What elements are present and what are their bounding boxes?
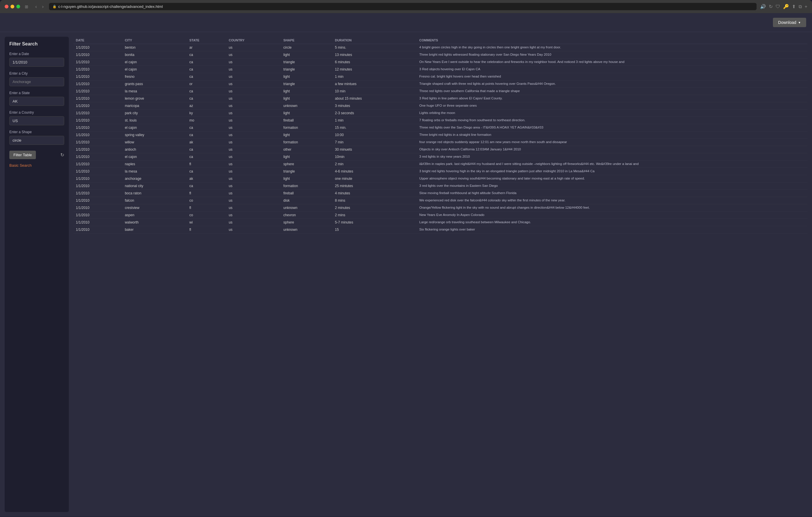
cell-city: spring valley xyxy=(122,131,187,139)
cell-comments: 4 bright green circles high in the sky g… xyxy=(417,44,807,51)
audio-icon[interactable]: 🔊 xyxy=(760,4,766,9)
cell-date: 1/1/2010 xyxy=(74,160,122,168)
cell-duration: 1 min xyxy=(332,73,417,81)
filter-city-input[interactable] xyxy=(9,77,64,86)
cell-duration: 30 minuets xyxy=(332,146,417,153)
cell-date: 1/1/2010 xyxy=(74,182,122,190)
cell-city: antioch xyxy=(122,146,187,153)
cell-duration: 15 xyxy=(332,226,417,234)
filter-state-input[interactable] xyxy=(9,97,64,106)
cell-country: us xyxy=(226,81,281,88)
refresh-filter-icon[interactable]: ↻ xyxy=(60,152,64,158)
table-row: 1/1/2010national citycausformation25 min… xyxy=(74,182,807,190)
page-header: Download ▼ xyxy=(0,13,812,32)
cell-shape: fireball xyxy=(281,190,333,197)
table-row: 1/1/2010antiochcausother30 minuetsObject… xyxy=(74,146,807,153)
filter-date-input[interactable] xyxy=(9,58,64,67)
traffic-light-green[interactable] xyxy=(16,5,20,8)
cell-duration: 7 min xyxy=(332,139,417,146)
cell-city: bonita xyxy=(122,51,187,59)
cell-state: ca xyxy=(187,146,226,153)
filter-shape-input[interactable] xyxy=(9,136,64,145)
cell-shape: triangle xyxy=(281,66,333,73)
cell-country: us xyxy=(226,204,281,212)
new-tab-icon[interactable]: + xyxy=(805,4,807,9)
cell-shape: light xyxy=(281,51,333,59)
cell-duration: 2 minutes xyxy=(332,204,417,212)
nav-back-button[interactable]: ‹ xyxy=(33,3,38,10)
basic-search-link[interactable]: Basic Search xyxy=(9,163,64,168)
cell-country: us xyxy=(226,110,281,117)
cell-city: falcon xyxy=(122,197,187,204)
filter-group-shape: Enter a Shape xyxy=(9,130,64,145)
cell-country: us xyxy=(226,219,281,226)
cell-state: fl xyxy=(187,160,226,168)
sidebar-toggle[interactable]: ⊞ xyxy=(25,4,28,9)
cell-duration: 13 minutes xyxy=(332,51,417,59)
download-button[interactable]: Download ▼ xyxy=(773,18,806,27)
cell-duration: 2-3 seconds xyxy=(332,110,417,117)
cell-country: us xyxy=(226,197,281,204)
cell-country: us xyxy=(226,182,281,190)
table-row: 1/1/2010el cajoncaustriangle6 minutesOn … xyxy=(74,59,807,66)
tabs-icon[interactable]: ⧉ xyxy=(799,4,802,9)
cell-city: willow xyxy=(122,139,187,146)
cell-comments: 3 red lights in sky new years 2010 xyxy=(417,153,807,160)
cell-country: us xyxy=(226,124,281,131)
cell-comments: On New Years Eve I went outside to hear … xyxy=(417,59,807,66)
traffic-light-red[interactable] xyxy=(5,5,8,8)
table-row: 1/1/2010fresnocauslight1 minFresno cal. … xyxy=(74,73,807,81)
nav-forward-button[interactable]: › xyxy=(40,3,45,10)
cell-date: 1/1/2010 xyxy=(74,117,122,124)
cell-comments: Objects in sky over Antioch California 1… xyxy=(417,146,807,153)
password-icon[interactable]: 🔑 xyxy=(783,4,789,9)
cell-shape: unknown xyxy=(281,226,333,234)
cell-date: 1/1/2010 xyxy=(74,59,122,66)
cell-country: us xyxy=(226,51,281,59)
col-country: COUNTRY xyxy=(226,37,281,44)
share-icon[interactable]: ⬆ xyxy=(792,4,796,9)
cell-comments: Three bright red lights in a straight li… xyxy=(417,131,807,139)
table-row: 1/1/2010crestviewflusunknown2 minutesOra… xyxy=(74,204,807,212)
address-bar[interactable]: 🔒 c-l-nguyen.github.io/javascript-challe… xyxy=(49,3,757,10)
cell-duration: 4 minutes xyxy=(332,190,417,197)
filter-btn-row: Filter Table ↻ xyxy=(9,151,64,159)
cell-duration: one minute xyxy=(332,175,417,182)
cell-date: 1/1/2010 xyxy=(74,153,122,160)
cell-state: ky xyxy=(187,110,226,117)
cell-shape: triangle xyxy=(281,59,333,66)
cell-shape: light xyxy=(281,131,333,139)
table-row: 1/1/2010walworthwiussphere5-7 minutesLar… xyxy=(74,219,807,226)
cell-date: 1/1/2010 xyxy=(74,73,122,81)
cell-city: el cajon xyxy=(122,59,187,66)
cell-country: us xyxy=(226,131,281,139)
cell-state: ca xyxy=(187,66,226,73)
table-row: 1/1/2010willowakusformation7 minfour ora… xyxy=(74,139,807,146)
cell-shape: formation xyxy=(281,139,333,146)
cell-city: boca raton xyxy=(122,190,187,197)
shield-icon[interactable]: 🛡 xyxy=(776,4,780,9)
traffic-light-yellow[interactable] xyxy=(10,5,14,8)
cell-comments: Large red/orange orb traveling southeast… xyxy=(417,219,807,226)
browser-actions: 🔊 ↻ 🛡 🔑 ⬆ ⧉ + xyxy=(760,4,807,9)
browser-nav: ‹ › xyxy=(33,3,46,10)
cell-comments: Upper atmosphere object moving south&#44… xyxy=(417,175,807,182)
cell-comments: Triangle shaped craft with three red lig… xyxy=(417,81,807,88)
cell-date: 1/1/2010 xyxy=(74,124,122,131)
cell-duration: 8 mins xyxy=(332,197,417,204)
filter-country-input[interactable] xyxy=(9,116,64,125)
refresh-browser-icon[interactable]: ↻ xyxy=(769,4,773,9)
cell-state: fl xyxy=(187,190,226,197)
cell-comments: One huge UFO or three seperate ones xyxy=(417,102,807,110)
filter-state-label: Enter a State xyxy=(9,91,64,95)
cell-city: st. louis xyxy=(122,117,187,124)
cell-country: us xyxy=(226,160,281,168)
browser-titlebar: ⊞ ‹ › 🔒 c-l-nguyen.github.io/javascript-… xyxy=(0,0,812,13)
table-header: DATE CITY STATE COUNTRY SHAPE DURATION C… xyxy=(74,37,807,44)
cell-date: 1/1/2010 xyxy=(74,88,122,95)
cell-city: national city xyxy=(122,182,187,190)
cell-duration: 10 min xyxy=(332,88,417,95)
filter-table-button[interactable]: Filter Table xyxy=(9,151,36,159)
table-row: 1/1/2010falconcousdisk8 minsWe experienc… xyxy=(74,197,807,204)
cell-country: us xyxy=(226,190,281,197)
